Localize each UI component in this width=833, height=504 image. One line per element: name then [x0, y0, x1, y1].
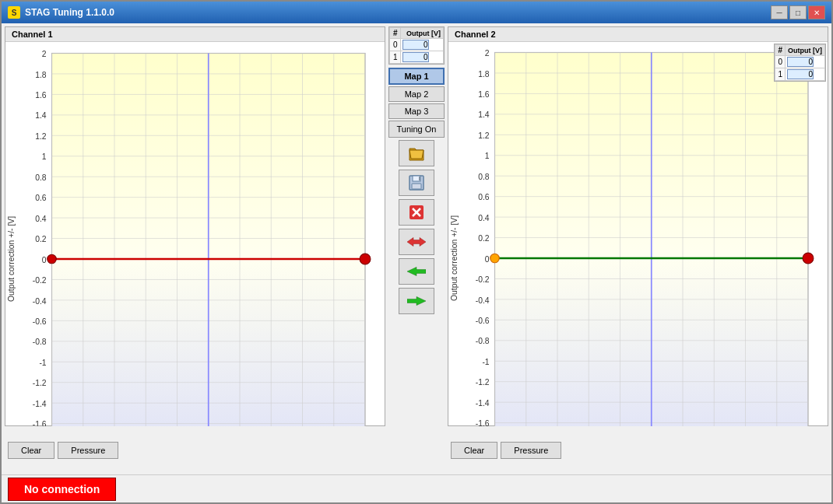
arrow-left-button[interactable] [399, 288, 434, 314]
app-icon: S [8, 6, 20, 19]
channel2-panel: Channel 2 [448, 26, 828, 426]
svg-text:-1.2: -1.2 [33, 379, 47, 387]
clear1-button[interactable]: Clear [8, 442, 54, 459]
save-button[interactable] [399, 170, 434, 196]
row0-num: 0 [390, 39, 401, 51]
svg-text:-0.2: -0.2 [33, 276, 47, 285]
ch2-row0-val[interactable] [786, 56, 825, 68]
svg-text:0.2: 0.2 [478, 234, 490, 243]
map2-button[interactable]: Map 2 [388, 86, 445, 102]
svg-text:1.6: 1.6 [478, 90, 490, 99]
channels-row: Channel 1 [2, 23, 831, 426]
svg-text:0.6: 0.6 [35, 194, 47, 202]
svg-text:1.4: 1.4 [478, 110, 490, 119]
bottom-buttons-row: Clear Pressure Clear Pressure [2, 426, 831, 474]
row0-input[interactable] [402, 40, 429, 50]
svg-text:-1.4: -1.4 [476, 399, 490, 408]
svg-text:-0.8: -0.8 [476, 337, 490, 345]
svg-text:-0.2: -0.2 [476, 275, 490, 284]
svg-text:1.6: 1.6 [35, 91, 47, 100]
svg-point-117 [803, 253, 814, 264]
svg-text:1.2: 1.2 [35, 132, 47, 141]
output-table-ch1: # Output [V] 0 1 [388, 26, 445, 65]
svg-text:2: 2 [42, 50, 47, 58]
title-bar: S STAG Tuning 1.1.0.0 ─ □ ✕ [2, 2, 831, 23]
channel2-header: Channel 2 [448, 27, 828, 42]
ch2-row0-input[interactable] [787, 57, 814, 67]
row0-value[interactable] [400, 39, 443, 51]
title-bar-text: S STAG Tuning 1.1.0.0 [8, 6, 114, 19]
svg-text:-1: -1 [482, 358, 489, 366]
svg-text:-0.4: -0.4 [476, 296, 490, 305]
row1-num: 1 [390, 51, 401, 64]
middle-panel: # Output [V] 0 1 Map 1 [387, 23, 446, 426]
svg-point-34 [360, 254, 371, 264]
middle-bottom-spacer [385, 429, 448, 471]
svg-text:0.8: 0.8 [478, 173, 490, 181]
tuning-button[interactable]: Tuning On [388, 121, 445, 138]
svg-text:0.8: 0.8 [35, 173, 47, 182]
arrow-right-button[interactable] [399, 258, 434, 285]
ch2-row1-val[interactable] [786, 68, 825, 81]
status-bar: No connection [2, 474, 831, 502]
svg-text:-1.6: -1.6 [476, 419, 490, 426]
ch2-col-hash: # [775, 45, 786, 56]
row1-input[interactable] [402, 52, 429, 62]
svg-text:-1.6: -1.6 [33, 420, 47, 426]
svg-text:0.2: 0.2 [35, 235, 47, 243]
svg-text:0.6: 0.6 [478, 193, 490, 201]
ch1-bottom-buttons: Clear Pressure [5, 429, 385, 471]
svg-text:1: 1 [42, 152, 47, 161]
svg-text:-0.6: -0.6 [476, 317, 490, 325]
map1-button[interactable]: Map 1 [388, 68, 445, 85]
main-window: S STAG Tuning 1.1.0.0 ─ □ ✕ Channel 1 [0, 0, 833, 504]
close-button[interactable]: ✕ [808, 5, 825, 19]
svg-text:0: 0 [42, 256, 47, 264]
channel1-chart-area: 2 1.8 1.6 1.4 1.2 1 0.8 0.6 0.4 0.2 0 -0… [5, 42, 385, 426]
svg-text:1.2: 1.2 [478, 131, 490, 140]
svg-text:Output correction +/- [V]: Output correction +/- [V] [450, 215, 459, 301]
svg-rect-73 [419, 177, 420, 180]
minimize-button[interactable]: ─ [771, 5, 788, 19]
svg-text:1.4: 1.4 [35, 111, 47, 120]
svg-text:1.8: 1.8 [478, 70, 490, 79]
channel1-header: Channel 1 [5, 27, 385, 42]
svg-text:Output correction +/- [V]: Output correction +/- [V] [7, 216, 16, 302]
svg-text:0: 0 [485, 255, 490, 264]
svg-point-35 [47, 254, 57, 264]
ch2-col-output: Output [V] [786, 45, 825, 56]
ch2-row0-num: 0 [775, 56, 786, 68]
svg-rect-72 [412, 184, 421, 189]
pressure2-button[interactable]: Pressure [501, 442, 561, 459]
map3-button[interactable]: Map 3 [388, 103, 445, 119]
svg-text:-1.4: -1.4 [33, 400, 47, 408]
channel2-graph: 2 1.8 1.6 1.4 1.2 1 0.8 0.6 0.4 0.2 0 -0… [450, 44, 826, 426]
svg-text:-0.6: -0.6 [33, 317, 47, 326]
ch2-bottom-buttons: Clear Pressure [448, 429, 828, 471]
ch2-row1-input[interactable] [787, 69, 814, 79]
output-table-ch2: # Output [V] 0 1 [774, 44, 826, 82]
delete-button[interactable] [399, 199, 434, 226]
svg-text:-0.8: -0.8 [33, 338, 47, 346]
svg-text:-1.2: -1.2 [476, 378, 490, 387]
pressure1-button[interactable]: Pressure [58, 442, 118, 459]
col-output: Output [V] [400, 28, 443, 39]
svg-text:0.4: 0.4 [35, 215, 47, 223]
svg-point-118 [490, 254, 500, 263]
channel2-chart-area: 2 1.8 1.6 1.4 1.2 1 0.8 0.6 0.4 0.2 0 -0… [448, 42, 828, 426]
open-button[interactable] [399, 140, 434, 166]
svg-text:2: 2 [485, 49, 490, 58]
arrow-left-right-button[interactable] [399, 229, 434, 255]
svg-text:1: 1 [485, 152, 490, 160]
svg-text:0.4: 0.4 [478, 214, 490, 222]
channel1-graph: 2 1.8 1.6 1.4 1.2 1 0.8 0.6 0.4 0.2 0 -0… [7, 44, 383, 426]
channel1-panel: Channel 1 [5, 26, 385, 426]
restore-button[interactable]: □ [789, 5, 807, 19]
svg-text:-0.4: -0.4 [33, 297, 47, 306]
row1-value[interactable] [400, 51, 443, 64]
no-connection-label: No connection [8, 478, 116, 501]
svg-marker-77 [407, 237, 426, 246]
svg-text:-1: -1 [39, 359, 46, 367]
clear2-button[interactable]: Clear [451, 442, 497, 459]
ch2-row1-num: 1 [775, 68, 786, 81]
